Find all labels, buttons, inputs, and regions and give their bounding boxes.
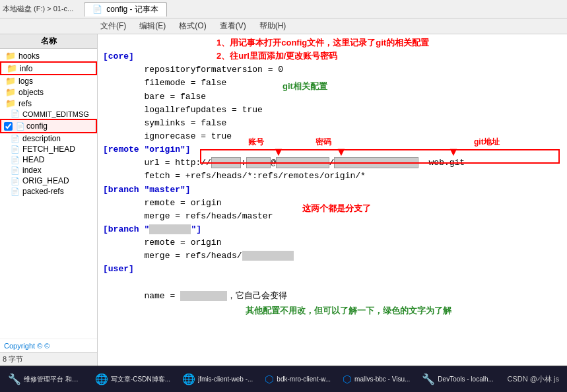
file-icon-config: 📄	[16, 122, 25, 131]
file-icon-desc: 📄	[11, 135, 20, 143]
maintenance-label: 维修管理平台 和另...	[24, 375, 83, 384]
line-user: [user]	[103, 264, 134, 274]
folder-icon-logs: 📁	[5, 76, 16, 86]
taskbar-item-maintenance[interactable]: 🔧 维修管理平台 和另...	[3, 372, 88, 387]
jfmis-icon: 🌐	[182, 373, 195, 385]
folder-icon-refs: 📁	[5, 98, 16, 108]
folder-hooks[interactable]: 📁 hooks	[0, 50, 97, 61]
maintenance-icon: 🔧	[8, 373, 21, 385]
file-commit[interactable]: 📄 COMMIT_EDITMSG	[0, 109, 97, 119]
folder-refs[interactable]: 📁 refs	[0, 98, 97, 109]
file-icon-index: 📄	[11, 166, 20, 175]
devtools-icon: 🔧	[422, 373, 435, 385]
taskbar-right: CSDN @小林 js	[508, 374, 564, 384]
file-icon-packed: 📄	[11, 187, 20, 196]
file-packed-refs[interactable]: 📄 packed-refs	[0, 186, 97, 197]
mallvs-icon: ⬡	[343, 373, 352, 385]
file-icon-head: 📄	[11, 156, 20, 164]
folder-icon-info: 📁	[7, 63, 17, 73]
menu-help[interactable]: 帮助(H)	[257, 20, 289, 32]
taskbar-item-bdk[interactable]: ⬡ bdk-mro-client-w...	[259, 372, 336, 387]
folder-logs[interactable]: 📁 logs	[0, 75, 97, 86]
notepad-content[interactable]: [core] repositoryformatversion = 0 filem…	[98, 34, 567, 366]
file-index[interactable]: 📄 index	[0, 165, 97, 176]
notepad-title-tab[interactable]: 📄 config - 记事本	[84, 2, 167, 16]
taskbar-item-csdn[interactable]: 🌐 写文章-CSDN博客...	[90, 372, 176, 387]
folder-info[interactable]: 📁 info	[0, 61, 97, 75]
taskbar-item-mallvs[interactable]: ⬡ mallvs-bbc - Visu...	[337, 372, 415, 387]
file-icon-orig: 📄	[11, 177, 20, 185]
taskbar: 🔧 维修管理平台 和另... 🌐 写文章-CSDN博客... 🌐 jfmis-c…	[0, 366, 567, 392]
mallvs-label: mallvs-bbc - Visu...	[354, 376, 410, 383]
folder-icon-objects: 📁	[5, 87, 16, 97]
csdn-label: 写文章-CSDN博客...	[111, 375, 170, 384]
line-branch-master: [branch "master"]	[103, 185, 191, 195]
jfmis-label: jfmis-client-web -...	[198, 376, 253, 383]
file-head[interactable]: 📄 HEAD	[0, 154, 97, 165]
menu-edit[interactable]: 编辑(E)	[137, 20, 168, 32]
notepad-tab-title: config - 记事本	[106, 4, 158, 15]
notepad-icon: 📄	[92, 5, 102, 14]
taskbar-item-jfmis[interactable]: 🌐 jfmis-client-web -...	[177, 372, 258, 387]
file-icon-commit: 📄	[11, 110, 20, 118]
folder-objects[interactable]: 📁 objects	[0, 86, 97, 98]
line-remote: [remote "origin"]	[103, 145, 191, 154]
csdn-icon: 🌐	[95, 373, 108, 385]
explorer-column-header: 名称	[0, 34, 97, 49]
menu-view[interactable]: 查看(V)	[217, 20, 249, 32]
copyright-text: Copyright ©	[4, 342, 42, 350]
config-checkbox[interactable]	[4, 122, 13, 131]
line-branch-other: [branch "████"]	[103, 224, 201, 234]
path-label: 本地磁盘 (F:) > 01-c...	[3, 4, 73, 14]
menu-file[interactable]: 文件(F)	[98, 20, 129, 32]
folder-icon: 📁	[5, 51, 16, 61]
devtools-label: DevTools - localh...	[438, 376, 493, 383]
file-orig-head[interactable]: 📄 ORIG_HEAD	[0, 176, 97, 186]
line-core: [core]	[103, 51, 134, 61]
status-bar: 8 字节	[0, 352, 97, 366]
file-icon-fetch: 📄	[11, 145, 20, 154]
file-description[interactable]: 📄 description	[0, 133, 97, 144]
taskbar-right-text: CSDN @小林 js	[508, 374, 559, 384]
file-config[interactable]: 📄 config	[0, 119, 97, 133]
menu-format[interactable]: 格式(O)	[176, 20, 209, 32]
taskbar-item-devtools[interactable]: 🔧 DevTools - localh...	[417, 372, 498, 387]
file-fetch-head[interactable]: 📄 FETCH_HEAD	[0, 144, 97, 154]
bdk-label: bdk-mro-client-w...	[277, 376, 331, 383]
bdk-icon: ⬡	[265, 373, 274, 385]
